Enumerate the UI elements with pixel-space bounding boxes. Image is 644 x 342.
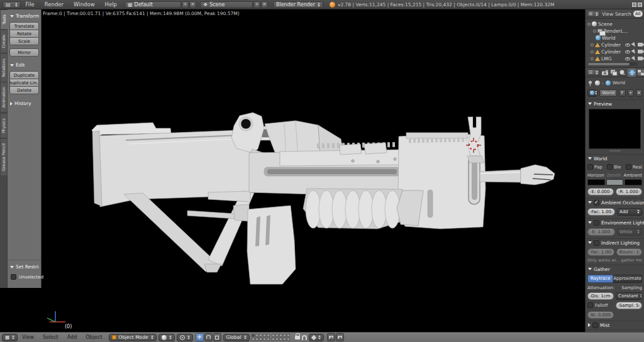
tab-texture[interactable] bbox=[637, 69, 644, 77]
selectability-cursor-icon[interactable] bbox=[631, 48, 637, 54]
expand-icon[interactable] bbox=[591, 43, 594, 47]
pivot-point-selector[interactable] bbox=[177, 334, 193, 341]
delete-scene-button[interactable]: ✕ bbox=[261, 1, 268, 8]
visibility-eye-icon[interactable] bbox=[625, 43, 630, 47]
outliner-menu-search[interactable]: Search bbox=[615, 11, 631, 17]
mirror-button[interactable]: Mirror bbox=[9, 48, 39, 57]
gather-panel-header[interactable]: Gather bbox=[586, 265, 644, 273]
visibility-eye-icon[interactable] bbox=[625, 50, 630, 53]
menu-file[interactable]: File bbox=[21, 1, 40, 8]
tab-render[interactable] bbox=[601, 69, 609, 77]
outliner-row-cylinder[interactable]: Cylinder bbox=[586, 41, 644, 48]
mist-panel-header[interactable]: Mist bbox=[586, 321, 644, 329]
selectability-cursor-icon[interactable] bbox=[631, 55, 637, 61]
expand-icon[interactable] bbox=[591, 50, 594, 53]
paper-sky-checkbox[interactable] bbox=[587, 164, 593, 170]
world-panel-header[interactable]: World bbox=[586, 154, 644, 162]
falloff-checkbox[interactable] bbox=[587, 302, 593, 308]
outliner-display-mode[interactable]: All Sc bbox=[633, 11, 643, 17]
delete-layout-button[interactable]: ✕ bbox=[189, 1, 196, 8]
ambient-color-swatch[interactable] bbox=[625, 179, 642, 185]
editor-type-selector[interactable]: ▤ bbox=[3, 1, 21, 8]
ambient-occlusion-header[interactable]: Ambient Occlusion bbox=[586, 198, 644, 206]
add-scene-button[interactable]: + bbox=[253, 1, 260, 8]
window-control-icon[interactable] bbox=[638, 3, 642, 7]
lmg-model[interactable] bbox=[0, 9, 585, 332]
menu-window[interactable]: Window bbox=[69, 1, 100, 8]
3d-viewport[interactable]: Frame:0 | Time:00:01.71 | Ve:6375 Fa:614… bbox=[0, 9, 585, 332]
indirect-bounces-slider[interactable]: Bounc: 1 bbox=[616, 248, 642, 256]
opengl-render-button[interactable] bbox=[327, 333, 335, 341]
range-slider[interactable]: R: 1.000 bbox=[616, 188, 642, 196]
environment-lighting-checkbox[interactable] bbox=[594, 220, 599, 226]
menu-render[interactable]: Render bbox=[40, 1, 69, 8]
rotate-manipulator-button[interactable] bbox=[204, 333, 213, 341]
scale-button[interactable]: Scale bbox=[9, 37, 39, 45]
outliner-row-scene[interactable]: Scene bbox=[586, 21, 644, 27]
expand-icon[interactable] bbox=[587, 23, 591, 26]
world-datablock-selector[interactable] bbox=[587, 89, 597, 97]
history-panel-header[interactable]: History bbox=[9, 99, 39, 108]
snap-magnet-icon[interactable] bbox=[302, 335, 307, 340]
renderability-camera-icon[interactable] bbox=[638, 43, 643, 47]
transform-panel-header[interactable]: Transform bbox=[9, 11, 39, 21]
outliner-editor-selector[interactable]: ☰ bbox=[587, 11, 600, 17]
mist-checkbox[interactable] bbox=[592, 323, 598, 328]
layer-buttons-group-2[interactable] bbox=[272, 334, 290, 341]
edit-panel-header[interactable]: Edit bbox=[9, 60, 39, 70]
menu-object[interactable]: Object bbox=[81, 334, 106, 340]
add-world-button[interactable]: + bbox=[628, 89, 634, 97]
scale-manipulator-button[interactable] bbox=[213, 333, 221, 341]
fake-user-button[interactable]: F bbox=[619, 89, 625, 97]
samples-slider[interactable]: Sampl: 5 bbox=[616, 302, 642, 309]
transform-orientation-selector[interactable]: Global bbox=[223, 334, 250, 341]
renderability-camera-icon[interactable] bbox=[638, 57, 643, 60]
zenith-color-swatch[interactable] bbox=[606, 179, 624, 185]
ao-blend-dropdown[interactable]: Add bbox=[617, 208, 642, 216]
ambient-occlusion-checkbox[interactable] bbox=[594, 200, 599, 206]
outliner-row-lmg[interactable]: LMG bbox=[586, 55, 644, 62]
expand-icon[interactable] bbox=[591, 57, 594, 60]
blend-sky-checkbox[interactable] bbox=[607, 164, 613, 170]
tab-tools[interactable]: Tools bbox=[0, 9, 8, 30]
distance-slider[interactable]: Dis: 1cm bbox=[587, 292, 614, 300]
layer-buttons-group-1[interactable] bbox=[252, 334, 270, 341]
opengl-render-animation-button[interactable] bbox=[336, 333, 344, 341]
exposure-slider[interactable]: E: 0.000 bbox=[587, 188, 614, 196]
panel-resize-grip[interactable] bbox=[609, 150, 621, 152]
tab-render-layers[interactable] bbox=[610, 69, 618, 77]
ao-factor-slider[interactable]: Fac: 1.00 bbox=[587, 208, 615, 216]
strength-slider[interactable]: St: 0.000 bbox=[587, 311, 614, 319]
properties-editor-selector[interactable]: ☲ bbox=[587, 69, 600, 75]
tab-animation[interactable]: Animation bbox=[0, 82, 8, 113]
snap-element-selector[interactable] bbox=[309, 334, 324, 341]
preview-panel-header[interactable]: Preview bbox=[586, 99, 644, 108]
tab-create[interactable]: Create bbox=[0, 30, 8, 53]
outliner-menu-view[interactable]: View bbox=[602, 11, 613, 17]
world-name-field[interactable]: World bbox=[599, 89, 617, 97]
menu-add[interactable]: Add bbox=[63, 334, 82, 340]
viewport-shading-selector[interactable] bbox=[158, 334, 175, 341]
env-energy-slider[interactable]: E: 1.000 bbox=[587, 228, 615, 236]
tab-physics[interactable]: Physics bbox=[0, 113, 8, 138]
lock-to-scene-icon[interactable] bbox=[295, 336, 300, 339]
horizon-color-swatch[interactable] bbox=[587, 179, 605, 185]
window-control-icon[interactable] bbox=[632, 3, 636, 7]
unlink-world-button[interactable]: ✕ bbox=[636, 89, 642, 97]
approximate-button[interactable]: Approximate bbox=[613, 275, 642, 283]
indirect-lighting-checkbox[interactable] bbox=[594, 240, 599, 246]
unselected-checkbox[interactable] bbox=[11, 274, 16, 280]
delete-button[interactable]: Delete bbox=[9, 86, 39, 94]
outliner-row-world[interactable]: World bbox=[586, 35, 644, 41]
tab-scene[interactable] bbox=[619, 69, 626, 77]
scene-selector[interactable]: ❖Scene bbox=[200, 1, 253, 8]
real-sky-checkbox[interactable] bbox=[626, 164, 631, 170]
indirect-factor-slider[interactable]: Fac: 1.00 bbox=[587, 248, 614, 256]
render-engine-selector[interactable]: Blender Render bbox=[273, 1, 323, 8]
tab-relations[interactable]: Relations bbox=[0, 53, 8, 82]
restrict-view-header[interactable]: Set Restrict View bbox=[9, 262, 39, 272]
menu-help[interactable]: Help bbox=[100, 1, 122, 8]
pin-icon[interactable] bbox=[587, 80, 593, 86]
selectability-cursor-icon[interactable] bbox=[631, 41, 637, 47]
sample-method-dropdown[interactable]: Constant bbox=[616, 292, 642, 300]
